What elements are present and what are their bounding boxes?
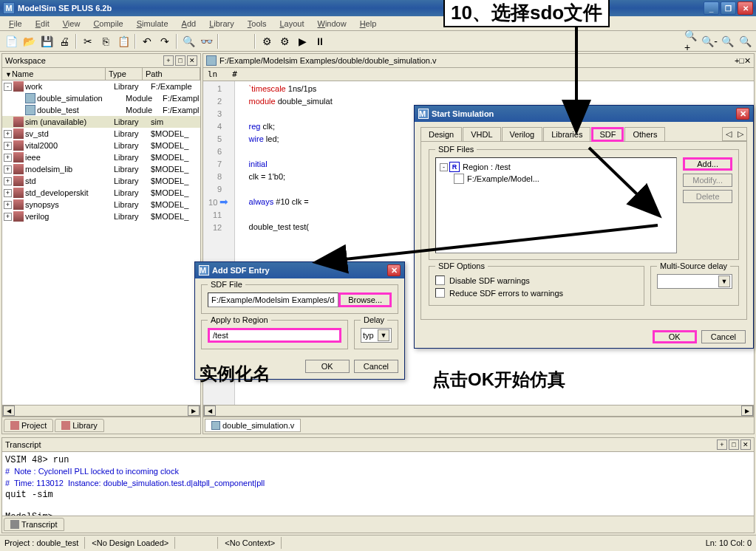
menu-add[interactable]: Add [176,18,202,30]
menu-library[interactable]: Library [203,18,240,30]
redo-icon[interactable]: ↷ [157,33,173,49]
close-button[interactable]: ✕ [738,1,753,15]
copy-icon[interactable]: ⎘ [98,33,114,49]
tab-others[interactable]: Others [624,127,665,141]
tab-verilog[interactable]: Verilog [502,127,543,141]
status-context: <No Context> [225,538,275,547]
tab-vhdl[interactable]: VHDL [463,127,500,141]
transcript-tab[interactable]: Transcript [4,518,64,531]
delay-dropdown[interactable]: typ▼ [361,328,392,343]
zoom-in-icon[interactable]: 🔍+ [684,33,700,49]
start-sim-ok-button[interactable]: OK [653,330,697,343]
sdf-files-label: SDF Files [435,145,477,154]
statusbar: Project : double_test <No Design Loaded>… [0,535,756,550]
editor-hscroll[interactable]: ◀▶ [203,405,754,417]
tree-row-modelsim-lib[interactable]: +modelsim_libLibrary$MODEL_ [2,163,200,175]
tab-next-icon[interactable]: ▷ [735,128,746,140]
status-project: Project : double_test [4,538,78,547]
menu-simulate[interactable]: Simulate [131,18,174,30]
apply-region-input[interactable] [208,328,341,343]
menu-view[interactable]: View [57,18,86,30]
new-icon[interactable]: 📄 [3,33,19,49]
dialog-icon: M [418,109,429,119]
transcript-undock-icon[interactable]: □ [729,439,739,450]
disable-sdf-warnings-checkbox[interactable] [435,276,445,285]
compile-icon[interactable]: ⚙ [259,33,275,49]
tab-libraries[interactable]: Libraries [543,127,590,141]
cut-icon[interactable]: ✂ [80,33,96,49]
tree-row-double-simulation[interactable]: double_simulationModuleF:/Example [2,92,200,104]
simulate-icon[interactable]: ▶ [294,33,310,49]
menu-file[interactable]: File [3,18,28,30]
editor-close-icon[interactable]: ✕ [744,56,751,66]
multi-source-label: Multi-Source delay [657,261,730,270]
apply-region-label: Apply to Region [208,315,271,324]
toolbar: 📄 📂 💾 🖨 ✂ ⎘ 📋 ↶ ↷ 🔍 👓 ⚙ ⚙ ▶ ⏸ 🔍+ 🔍- 🔍 🔍 [0,31,756,52]
multi-source-dropdown[interactable]: ▼ [657,274,732,289]
maximize-button[interactable]: ❐ [721,1,736,15]
tree-row-work[interactable]: -workLibraryF:/Example [2,81,200,92]
zoom-other-icon[interactable]: 🔍 [737,33,753,49]
tree-row-sim--unavailable-[interactable]: sim (unavailable)Librarysim [2,116,200,128]
menu-window[interactable]: Window [312,18,353,30]
sdf-files-tree[interactable]: -RRegion : /test F:/Example/Model... [435,157,677,253]
tree-row-std[interactable]: +stdLibrary$MODEL_ [2,175,200,187]
tree-row-verilog[interactable]: +verilogLibrary$MODEL_ [2,211,200,222]
tab-prev-icon[interactable]: ◁ [723,128,735,140]
binoculars-icon[interactable]: 👓 [198,33,214,49]
zoom-full-icon[interactable]: 🔍 [719,33,735,49]
tab-project[interactable]: Project [4,419,53,432]
transcript-close-icon[interactable]: ✕ [740,439,751,450]
dialog-icon: M [199,265,209,276]
ln-header: ln [208,69,217,79]
paste-icon[interactable]: 📋 [115,33,132,49]
zoom-out-icon[interactable]: 🔍- [701,33,718,49]
editor-undock-icon[interactable]: □ [739,56,744,65]
tree-row-sv-std[interactable]: +sv_stdLibrary$MODEL_ [2,128,200,140]
workspace-hscroll[interactable]: ◀▶ [2,405,200,417]
editor-file-tab[interactable]: double_simulation.v [205,419,301,432]
transcript-title: Transcript [5,440,715,449]
undo-icon[interactable]: ↶ [139,33,155,49]
transcript-text[interactable]: VSIM 48> run # Note : CycloneII PLL lock… [2,452,754,516]
workspace-add-icon[interactable]: + [163,55,174,66]
minimize-button[interactable]: _ [704,1,719,15]
menu-edit[interactable]: Edit [30,18,55,30]
tree-row-ieee[interactable]: +ieeeLibrary$MODEL_ [2,151,200,163]
sdf-file-input[interactable] [208,292,338,307]
compile-all-icon[interactable]: ⚙ [276,33,293,49]
menu-compile[interactable]: Compile [87,18,129,30]
tab-design[interactable]: Design [420,127,462,141]
reduce-sdf-errors-checkbox[interactable] [435,288,445,298]
workspace-close-icon[interactable]: ✕ [187,55,197,66]
tab-library[interactable]: Library [55,419,104,432]
start-sim-close-icon[interactable]: ✕ [736,108,749,120]
browse-button[interactable]: Browse... [338,292,392,307]
app-title: ModelSim SE PLUS 6.2b [18,4,112,13]
menu-tools[interactable]: Tools [242,18,273,30]
add-sdf-cancel-button[interactable]: Cancel [354,360,398,373]
sdf-file-label: F:/Example/Model... [467,174,539,183]
workspace-tree[interactable]: -workLibraryF:/Exampledouble_simulationM… [2,81,200,405]
transcript-add-icon[interactable]: + [717,439,727,450]
open-icon[interactable]: 📂 [21,33,37,49]
menu-layout[interactable]: Layout [273,18,310,30]
tree-row-double-test[interactable]: double_testModuleF:/Example [2,104,200,116]
break-icon[interactable]: ⏸ [312,33,328,49]
tree-row-std-developerskit[interactable]: +std_developerskitLibrary$MODEL_ [2,187,200,199]
add-sdf-ok-button[interactable]: OK [305,360,350,373]
find-icon[interactable]: 🔍 [180,33,197,49]
delete-button[interactable]: Delete [683,190,732,203]
disable-sdf-warnings-label: Disable SDF warnings [449,276,530,285]
tree-row-synopsys[interactable]: +synopsysLibrary$MODEL_ [2,199,200,211]
start-sim-cancel-button[interactable]: Cancel [701,330,746,343]
tab-sdf[interactable]: SDF [591,127,624,142]
save-icon[interactable]: 💾 [38,33,55,49]
workspace-undock-icon[interactable]: □ [175,55,185,66]
tree-row-vital2000[interactable]: +vital2000Library$MODEL_ [2,140,200,151]
add-button[interactable]: Add... [683,157,732,171]
menu-help[interactable]: Help [354,18,383,30]
print-icon[interactable]: 🖨 [56,33,72,49]
modify-button[interactable]: Modify... [683,174,732,187]
add-sdf-close-icon[interactable]: ✕ [387,264,401,276]
